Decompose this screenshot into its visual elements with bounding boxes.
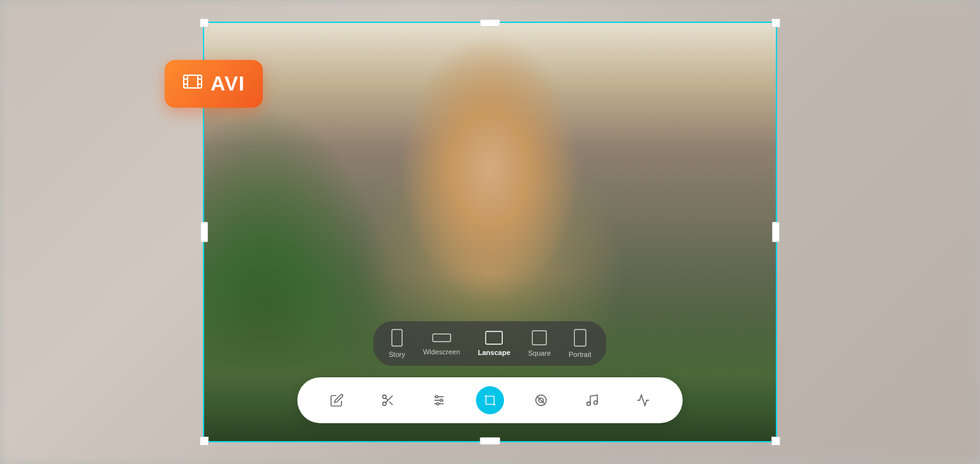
aspect-square[interactable]: Square — [528, 330, 551, 357]
svg-rect-7 — [392, 330, 402, 346]
side-handle-left[interactable] — [200, 222, 208, 242]
landscape-icon — [485, 331, 503, 345]
svg-point-22 — [436, 403, 439, 405]
svg-point-13 — [383, 402, 387, 406]
aspect-portrait[interactable]: Portrait — [568, 329, 591, 358]
video-frame-outer: AVI Story — [203, 22, 777, 442]
widescreen-icon — [432, 331, 451, 344]
widescreen-label: Widescreen — [423, 348, 460, 356]
square-label: Square — [528, 349, 551, 357]
svg-line-15 — [389, 402, 392, 405]
svg-point-27 — [594, 401, 598, 405]
effects-tool-button[interactable] — [629, 386, 657, 414]
corner-handle-tr[interactable] — [771, 18, 780, 27]
film-icon — [182, 71, 203, 96]
aspect-story[interactable]: Story — [389, 329, 405, 358]
aspect-landscape[interactable]: Lanscape — [478, 331, 510, 356]
svg-point-20 — [436, 396, 438, 398]
svg-rect-9 — [486, 331, 502, 344]
svg-rect-11 — [574, 330, 586, 346]
side-handle-top[interactable] — [480, 19, 500, 27]
scene: AVI Story — [0, 0, 980, 464]
avi-label: AVI — [211, 72, 245, 96]
side-handle-bottom[interactable] — [480, 437, 500, 445]
corner-handle-bl[interactable] — [200, 437, 209, 446]
svg-line-16 — [385, 398, 388, 400]
side-handle-right[interactable] — [772, 222, 780, 242]
svg-point-12 — [383, 395, 387, 399]
story-icon — [390, 329, 404, 347]
watermark-tool-button[interactable] — [527, 386, 555, 414]
svg-point-26 — [587, 402, 591, 406]
crop-tool-button[interactable] — [476, 386, 504, 414]
avi-badge: AVI — [165, 60, 263, 108]
aspect-ratio-toolbar: Story Widescreen — [373, 321, 606, 366]
svg-rect-8 — [433, 334, 450, 342]
edit-tool-button[interactable] — [323, 386, 351, 414]
audio-tool-button[interactable]: ♫ — [578, 386, 606, 414]
portrait-label: Portrait — [568, 351, 591, 358]
portrait-icon — [574, 329, 586, 347]
landscape-label: Lanscape — [478, 349, 510, 356]
square-icon — [532, 330, 547, 345]
adjust-tool-button[interactable] — [425, 386, 453, 414]
svg-rect-0 — [184, 75, 202, 88]
aspect-widescreen[interactable]: Widescreen — [423, 331, 460, 356]
bottom-toolbar: ♫ — [297, 377, 683, 423]
svg-line-24 — [537, 396, 546, 405]
corner-handle-tl[interactable] — [200, 18, 209, 27]
svg-rect-10 — [533, 331, 547, 345]
cut-tool-button[interactable] — [374, 386, 402, 414]
svg-point-21 — [440, 399, 443, 402]
story-label: Story — [389, 351, 405, 358]
corner-handle-br[interactable] — [771, 437, 780, 446]
